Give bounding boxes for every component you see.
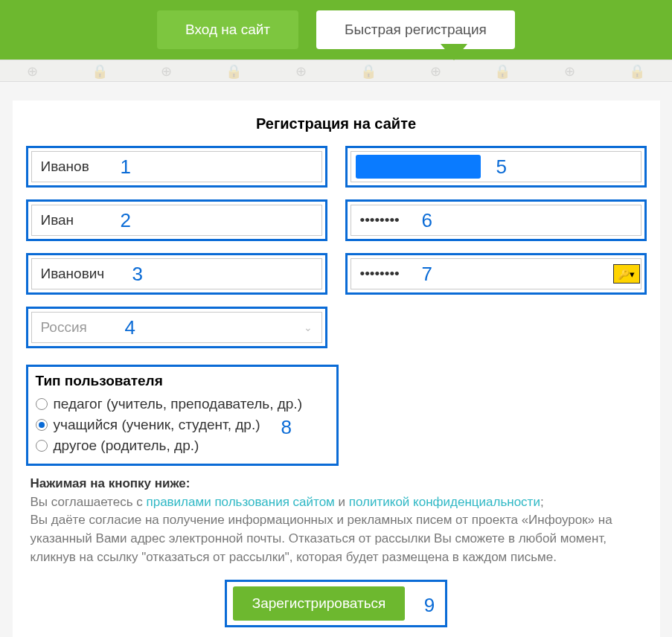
patronymic-annot: 3: [26, 253, 327, 295]
patronymic-input[interactable]: [31, 258, 322, 289]
usertype-title: Тип пользователя: [36, 373, 329, 389]
submit-annot: Зарегистрироваться 9: [225, 580, 448, 627]
annot-num-9: 9: [424, 594, 435, 617]
right-column: 5 6 7 🔑▾: [345, 146, 647, 348]
email-annot: 5: [345, 146, 647, 188]
lastname-input[interactable]: [31, 151, 322, 182]
active-tab-arrow: [441, 44, 467, 60]
legal-pref1: Вы соглашаетесь с: [31, 495, 147, 509]
firstname-input[interactable]: [31, 205, 322, 236]
legal-body: Вы даёте согласие на получение информаци…: [31, 513, 612, 563]
lastname-annot: 1: [26, 146, 327, 188]
usertype-option-label: учащийся (ученик, студент, др.): [54, 417, 260, 433]
legal-text: Нажимая на кнопку ниже: Вы соглашаетесь …: [13, 466, 660, 566]
tab-register[interactable]: Быстрая регистрация: [316, 10, 515, 49]
radio-icon: [36, 419, 48, 431]
usertype-option-label: другое (родитель, др.): [54, 438, 199, 454]
country-annot: Россия ⌄ 4: [26, 307, 327, 348]
usertype-option-label: педагог (учитель, преподаватель, др.): [54, 396, 302, 412]
password-manager-key-icon[interactable]: 🔑▾: [613, 264, 640, 284]
password2-annot: 7 🔑▾: [345, 253, 647, 295]
privacy-link[interactable]: политикой конфиденциальности: [349, 495, 540, 509]
top-tab-bar: Вход на сайт Быстрая регистрация: [0, 0, 672, 60]
decor-icons-top: ⊕🔒⊕🔒⊕🔒⊕🔒⊕🔒: [0, 60, 672, 83]
firstname-annot: 2: [26, 199, 327, 241]
radio-icon: [36, 398, 48, 410]
left-column: 1 2 3 Россия ⌄ 4: [26, 146, 327, 348]
usertype-annot: Тип пользователя педагог (учитель, препо…: [26, 365, 339, 466]
password-input[interactable]: [351, 205, 641, 236]
register-button[interactable]: Зарегистрироваться: [233, 586, 406, 621]
radio-icon: [36, 440, 48, 452]
usertype-option-other[interactable]: другое (родитель, др.): [36, 435, 329, 456]
password-annot: 6: [345, 199, 647, 241]
chevron-down-icon: ⌄: [304, 321, 313, 333]
terms-link[interactable]: правилами пользования сайтом: [146, 495, 334, 509]
password-confirm-input[interactable]: [351, 258, 641, 289]
legal-semi: ;: [540, 495, 544, 509]
email-input-redacted[interactable]: [356, 155, 481, 179]
tab-pointer-strip: ⊕🔒⊕🔒⊕🔒⊕🔒⊕🔒: [0, 60, 672, 82]
usertype-option-teacher[interactable]: педагог (учитель, преподаватель, др.): [36, 394, 329, 414]
country-value: Россия: [41, 319, 87, 336]
tab-login[interactable]: Вход на сайт: [157, 10, 298, 49]
legal-bold: Нажимая на кнопку ниже:: [31, 476, 191, 490]
usertype-option-student[interactable]: учащийся (ученик, студент, др.): [36, 414, 329, 435]
country-select[interactable]: Россия ⌄: [31, 312, 322, 343]
legal-and: и: [339, 495, 349, 509]
card-heading: Регистрация на сайте: [13, 115, 660, 132]
registration-card: Регистрация на сайте 1 2 3: [13, 100, 660, 637]
